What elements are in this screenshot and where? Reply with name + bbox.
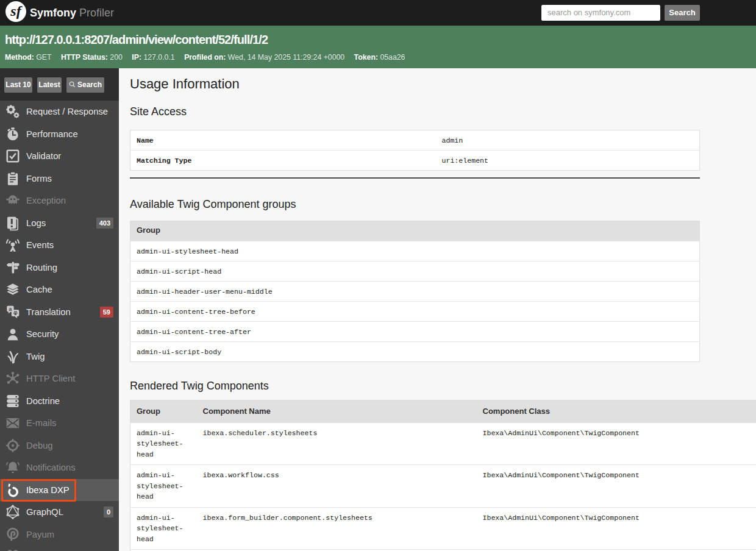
svg-text:a: a <box>9 305 12 311</box>
